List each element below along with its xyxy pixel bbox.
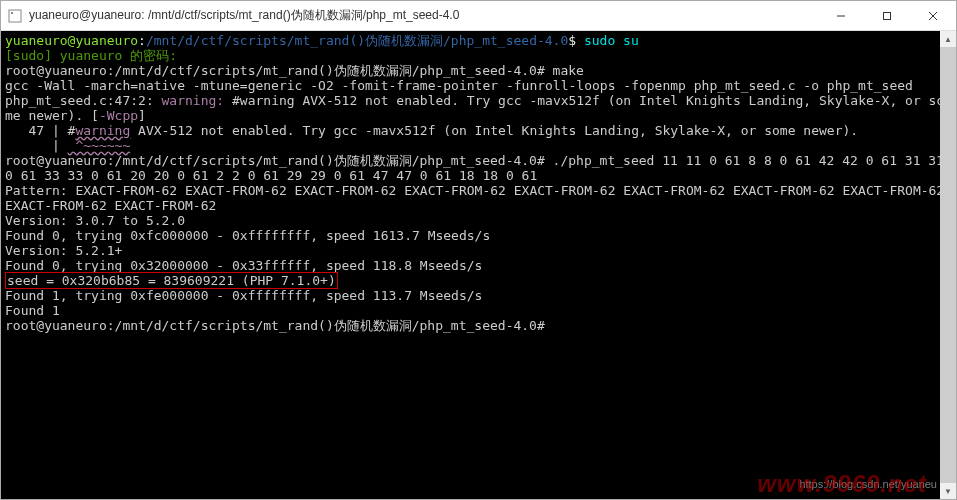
warn1-file: php_mt_seed.c:47:2: (5, 93, 154, 108)
caret-marker: ^~~~~~~ (68, 138, 131, 153)
found-1b: Found 1 (5, 303, 60, 318)
svg-rect-1 (11, 12, 13, 14)
window-controls (818, 1, 956, 30)
app-icon (7, 8, 23, 24)
minimize-button[interactable] (818, 1, 864, 30)
prompt-path: /mnt/d/ctf/scripts/mt_rand()伪随机数漏洞/php_m… (146, 33, 568, 48)
vertical-scrollbar[interactable]: ▲ ▼ (940, 31, 956, 499)
scroll-down-button[interactable]: ▼ (940, 483, 956, 499)
pattern-line: Pattern: EXACT-FROM-62 EXACT-FROM-62 EXA… (5, 183, 952, 213)
root-prompt-2: root@yuaneuro:/mnt/d/ctf/scripts/mt_rand… (5, 153, 553, 168)
prompt-user: yuaneuro@yuaneuro (5, 33, 138, 48)
command-sudo: sudo su (584, 33, 639, 48)
warn1-flag: -Wcpp (99, 108, 138, 123)
scroll-up-button[interactable]: ▲ (940, 31, 956, 47)
maximize-button[interactable] (864, 1, 910, 30)
root-prompt-1: root@yuaneuro:/mnt/d/ctf/scripts/mt_rand… (5, 63, 553, 78)
terminal-window: yuaneuro@yuaneuro: /mnt/d/ctf/scripts/mt… (0, 0, 957, 500)
scroll-thumb[interactable] (940, 47, 956, 483)
prompt-dollar: $ (568, 33, 584, 48)
svg-rect-0 (9, 10, 21, 22)
warn1-close: ] (138, 108, 146, 123)
version-307: Version: 3.0.7 to 5.2.0 (5, 213, 185, 228)
version-521: Version: 5.2.1+ (5, 243, 122, 258)
titlebar[interactable]: yuaneuro@yuaneuro: /mnt/d/ctf/scripts/mt… (1, 1, 956, 31)
seed-result: seed = 0x320b6b85 = 839609221 (PHP 7.1.0… (5, 272, 338, 289)
warn2-msg: AVX-512 not enabled. Try gcc -mavx512f (… (130, 123, 858, 138)
warn1-label: warning: (154, 93, 232, 108)
svg-rect-3 (884, 12, 891, 19)
found-0b: Found 0, trying 0x32000000 - 0x33ffffff,… (5, 258, 482, 273)
terminal-content[interactable]: yuaneuro@yuaneuro:/mnt/d/ctf/scripts/mt_… (1, 31, 956, 499)
found-0a: Found 0, trying 0xfc000000 - 0xffffffff,… (5, 228, 490, 243)
found-1: Found 1, trying 0xfe000000 - 0xffffffff,… (5, 288, 482, 303)
window-title: yuaneuro@yuaneuro: /mnt/d/ctf/scripts/mt… (29, 7, 818, 24)
root-prompt-3: root@yuaneuro:/mnt/d/ctf/scripts/mt_rand… (5, 318, 553, 333)
watermark-9969: www.9969.net (757, 470, 927, 498)
warn2-prefix: 47 | # (5, 123, 75, 138)
close-button[interactable] (910, 1, 956, 30)
sudo-prompt: [sudo] yuaneuro 的密码: (5, 48, 177, 63)
caret-line: | (5, 138, 68, 153)
gcc-output: gcc -Wall -march=native -mtune=generic -… (5, 78, 913, 93)
scroll-track[interactable] (940, 47, 956, 483)
prompt-colon: : (138, 33, 146, 48)
warn2-label: warning (75, 123, 130, 138)
command-make: make (553, 63, 584, 78)
